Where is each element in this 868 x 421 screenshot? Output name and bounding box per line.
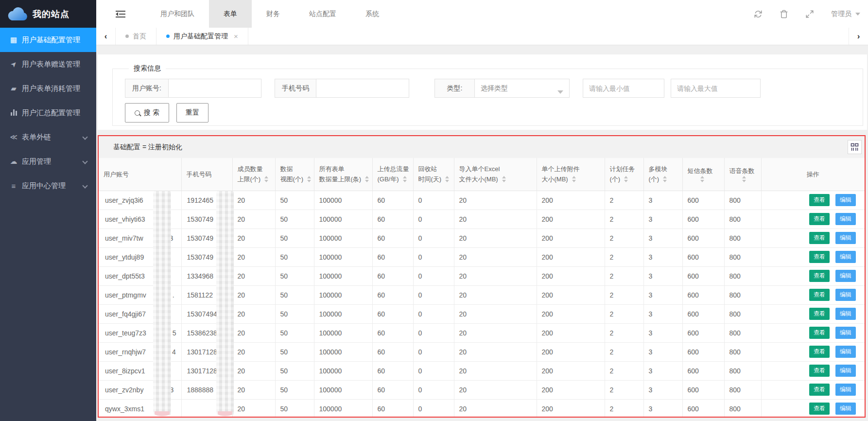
cell-upload-traffic: 60 (372, 191, 413, 210)
cell-scheduled-tasks: 2 (605, 380, 643, 399)
cell-scheduled-tasks: 2 (605, 191, 643, 210)
column-settings-button[interactable] (848, 140, 862, 154)
edit-button[interactable]: 编辑 (835, 308, 856, 320)
sort-icon[interactable] (572, 176, 576, 182)
chevron-down-icon (82, 158, 87, 164)
chevron-down-icon (82, 183, 87, 188)
caret-down-icon (557, 90, 563, 94)
sidebar-item-app-manage[interactable]: ☁ 应用管理 (0, 149, 96, 174)
view-button[interactable]: 查看 (809, 213, 830, 225)
cell-actions: 查看 编辑 (761, 361, 865, 380)
edit-button[interactable]: 编辑 (835, 346, 856, 358)
view-button[interactable]: 查看 (809, 270, 830, 282)
max-value-input[interactable] (671, 79, 761, 98)
trash-icon[interactable] (780, 10, 788, 18)
cell-form-data-limit: 100000 (314, 399, 372, 418)
fullscreen-icon[interactable] (805, 10, 814, 18)
nav-item-system[interactable]: 系统 (351, 0, 394, 28)
cell-actions: 查看 编辑 (761, 399, 865, 418)
site-title: 我的站点 (33, 8, 69, 20)
cell-sms-count: 600 (682, 361, 724, 380)
sort-icon[interactable] (502, 176, 506, 182)
cell-attachment-size: 200 (537, 342, 605, 361)
sidebar-item-user-base-config[interactable]: ▦ 用户基础配置管理 (0, 28, 96, 52)
edit-button[interactable]: 编辑 (835, 251, 856, 263)
cell-upload-traffic: 60 (372, 228, 413, 247)
main-area: 用户和团队 表单 财务 站点配置 系统 (96, 0, 868, 421)
edit-button[interactable]: 编辑 (835, 289, 856, 301)
sort-icon[interactable] (663, 176, 667, 182)
sidebar-item-form-consume[interactable]: ▰ 用户表单消耗管理 (0, 76, 96, 101)
refresh-icon[interactable] (754, 10, 763, 18)
phone-input[interactable] (316, 79, 409, 97)
sort-icon[interactable] (403, 176, 407, 182)
table-row: user_miv7tw3 1530749 20 50 100000 60 0 2… (99, 228, 865, 247)
edit-button[interactable]: 编辑 (835, 213, 856, 225)
edit-button[interactable]: 编辑 (835, 365, 856, 377)
tabs-scroll-right-icon[interactable]: › (849, 28, 868, 45)
edit-button[interactable]: 编辑 (835, 403, 856, 415)
sort-icon[interactable] (307, 176, 311, 182)
edit-button[interactable]: 编辑 (835, 232, 856, 244)
cell-recycle-days: 0 (413, 266, 454, 285)
view-button[interactable]: 查看 (809, 308, 830, 320)
tabs-scroll-left-icon[interactable]: ‹ (96, 28, 116, 45)
cell-data-views: 50 (275, 361, 314, 380)
cell-excel-size: 20 (454, 266, 537, 285)
sidebar-item-form-external-link[interactable]: ≪ 表单外链 (0, 125, 96, 149)
cell-attachment-size: 200 (537, 247, 605, 266)
reset-button[interactable]: 重置 (176, 103, 208, 123)
search-button[interactable]: 搜 索 (125, 103, 169, 123)
tab-user-base-config[interactable]: 用户基础配置管理 × (156, 28, 248, 45)
min-value-input[interactable] (583, 79, 664, 98)
tab-dot-icon (125, 35, 129, 38)
account-input[interactable] (169, 79, 261, 97)
table-title: 基础配置 = 注册初始化 (113, 143, 182, 152)
view-button[interactable]: 查看 (809, 403, 830, 415)
table-row: user_ytduj89 1530749 20 50 100000 60 0 2… (99, 247, 865, 266)
user-menu[interactable]: 管理员 (831, 10, 860, 18)
cell-excel-size: 20 (454, 380, 537, 399)
cell-form-data-limit: 100000 (314, 380, 372, 399)
sort-icon[interactable] (624, 176, 628, 182)
sort-icon[interactable] (700, 176, 704, 182)
table-row: user_zv2nby3 1888888 20 50 100000 60 0 2… (99, 380, 865, 399)
sidebar-item-app-center-manage[interactable]: ≡ 应用中心管理 (0, 174, 96, 198)
nav-item-finance[interactable]: 财务 (252, 0, 295, 28)
type-select[interactable]: 选择类型 (475, 79, 569, 97)
view-button[interactable]: 查看 (809, 232, 830, 244)
cell-data-views: 50 (275, 285, 314, 304)
sort-icon[interactable] (264, 176, 268, 182)
cell-form-data-limit: 100000 (314, 266, 372, 285)
edit-button[interactable]: 编辑 (835, 327, 856, 339)
sort-icon[interactable] (742, 176, 746, 182)
view-button[interactable]: 查看 (809, 365, 830, 377)
cell-voice-count: 800 (724, 266, 761, 285)
col-data-views: 数据 视图(个) (275, 158, 314, 191)
edit-button[interactable]: 编辑 (835, 270, 856, 282)
close-icon[interactable]: × (234, 32, 238, 40)
view-button[interactable]: 查看 (809, 289, 830, 301)
view-button[interactable]: 查看 (809, 346, 830, 358)
sidebar-item-label: 表单外链 (22, 133, 51, 142)
view-button[interactable]: 查看 (809, 384, 830, 396)
view-button[interactable]: 查看 (809, 194, 830, 206)
sort-icon[interactable] (365, 176, 369, 182)
col-account: 用户账号 (99, 158, 181, 191)
edit-button[interactable]: 编辑 (835, 194, 856, 206)
view-button[interactable]: 查看 (809, 327, 830, 339)
sidebar-item-summary-config[interactable]: 用户汇总配置管理 (0, 101, 96, 125)
collapse-menu-icon[interactable] (116, 11, 125, 18)
sort-icon[interactable] (445, 176, 449, 182)
nav-item-site-config[interactable]: 站点配置 (295, 0, 351, 28)
cell-voice-count: 800 (724, 304, 761, 323)
nav-item-forms[interactable]: 表单 (209, 0, 252, 28)
cell-multi-module: 3 (643, 361, 682, 380)
edit-button[interactable]: 编辑 (835, 384, 856, 396)
view-button[interactable]: 查看 (809, 251, 830, 263)
nav-item-users-teams[interactable]: 用户和团队 (146, 0, 209, 28)
cell-upload-traffic: 60 (372, 399, 413, 418)
sidebar-item-form-gift[interactable]: ➤ 用户表单赠送管理 (0, 52, 96, 76)
search-panel: 搜索信息 用户账号: 手机号码 类型: 选 (98, 54, 867, 130)
tab-home[interactable]: 首页 (116, 28, 156, 45)
